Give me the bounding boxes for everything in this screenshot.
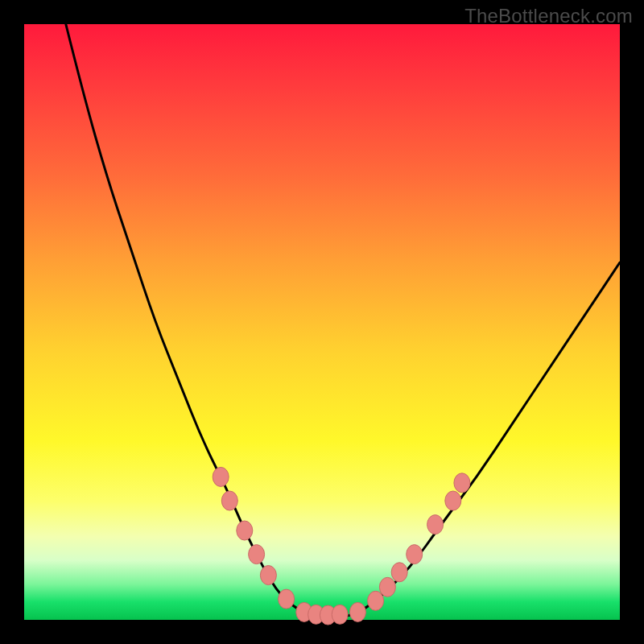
data-marker [368,591,384,610]
data-marker [221,491,237,510]
data-marker [349,602,365,621]
data-marker [260,566,276,585]
data-marker [279,589,295,609]
data-marker [213,467,229,486]
bottleneck-curve [66,24,620,617]
data-marker [454,473,470,493]
curve-group [66,24,620,617]
data-marker [332,605,348,624]
data-marker [407,545,423,564]
chart-frame: TheBottleneck.com [0,0,644,644]
chart-svg [24,24,620,620]
data-marker [249,545,265,564]
plot-area [24,24,620,620]
data-marker [379,577,395,597]
data-marker [445,491,461,510]
data-marker [391,563,407,582]
data-marker [237,521,253,540]
data-marker [427,515,444,535]
